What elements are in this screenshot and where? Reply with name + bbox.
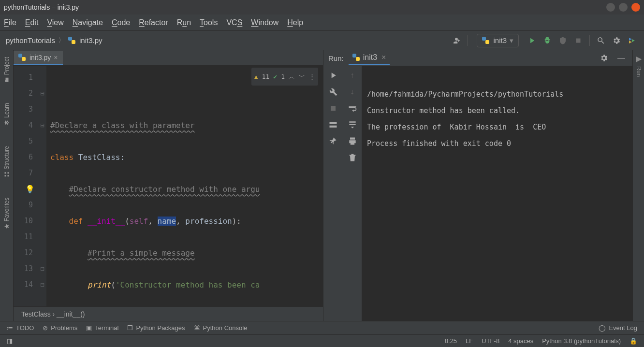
status-tool-windows-icon[interactable]: ◨ (7, 337, 13, 345)
python-icon (352, 54, 360, 61)
wrench-icon[interactable] (328, 87, 338, 97)
editor-pane: init3.py × 1234567891011121314 ⊟⊟⊟⊟ ▲11 … (14, 50, 323, 321)
file-encoding[interactable]: UTF-8 (482, 337, 499, 345)
tool-terminal[interactable]: ▣ Terminal (86, 324, 118, 332)
editor-tab-init3[interactable]: init3.py × (14, 51, 63, 65)
svg-rect-3 (330, 126, 337, 128)
window-titlebar: pythonTutorials – init3.py (0, 0, 644, 14)
menu-view[interactable]: View (47, 18, 63, 27)
tool-project[interactable]: Project (2, 54, 11, 86)
python-interpreter[interactable]: Python 3.8 (pythonTutorials) (542, 337, 621, 345)
dropdown-icon: ▾ (510, 36, 513, 45)
run-sidebar-right: ↑ ↓ (343, 66, 362, 321)
menu-file[interactable]: File (4, 18, 16, 27)
svg-rect-0 (576, 38, 581, 43)
python-icon (482, 37, 489, 44)
main-menu: File Edit View Navigate Code Refactor Ru… (0, 14, 644, 31)
down-icon[interactable]: ↓ (348, 87, 357, 97)
editor-body[interactable]: 1234567891011121314 ⊟⊟⊟⊟ ▲11 ✔1 ︿ ﹀ ⋮ 💡 … (14, 66, 323, 306)
breadcrumb[interactable]: pythonTutorials 〉 init3.py (6, 36, 447, 45)
svg-rect-1 (331, 106, 336, 111)
show-tool-icon[interactable]: ▶ (636, 54, 642, 63)
window-maximize-button[interactable] (619, 3, 628, 12)
layout-icon[interactable] (328, 120, 338, 130)
indent-info[interactable]: 4 spaces (508, 337, 533, 345)
code-text-area[interactable]: ▲11 ✔1 ︿ ﹀ ⋮ 💡 #Declare a class with par… (46, 66, 323, 306)
run-configuration-selector[interactable]: init3 ▾ (477, 34, 519, 47)
tool-learn[interactable]: Learn (2, 100, 11, 129)
tool-todo[interactable]: ≔ TODO (7, 324, 34, 332)
python-file-icon (68, 37, 75, 44)
add-user-icon[interactable] (450, 34, 463, 47)
rerun-icon[interactable] (328, 71, 338, 80)
editor-breadcrumbs[interactable]: TestClass › __init__() (14, 306, 323, 321)
run-settings-icon[interactable] (598, 52, 610, 64)
menu-run[interactable]: Run (177, 18, 191, 27)
print-icon[interactable] (348, 136, 357, 146)
menu-refactor[interactable]: Refactor (139, 18, 168, 27)
menu-code[interactable]: Code (112, 18, 130, 27)
tool-structure[interactable]: Structure (2, 143, 11, 180)
close-run-tab-icon[interactable]: × (381, 53, 386, 62)
status-bar: ◨ 8:25 LF UTF-8 4 spaces Python 3.8 (pyt… (0, 334, 644, 347)
stop-button[interactable] (572, 34, 585, 47)
menu-help[interactable]: Help (287, 18, 303, 27)
tool-python-console[interactable]: ⌘ Python Console (194, 324, 248, 332)
intention-bulb-icon[interactable]: 💡 (25, 181, 35, 197)
tool-event-log[interactable]: ◯ Event Log (599, 324, 637, 332)
breadcrumb-file[interactable]: init3.py (79, 36, 102, 44)
tool-favorites[interactable]: Favorites (2, 195, 11, 232)
trash-icon[interactable] (348, 153, 357, 162)
menu-edit[interactable]: Edit (25, 18, 39, 27)
pin-icon[interactable] (328, 136, 338, 146)
tool-python-packages[interactable]: ❒ Python Packages (127, 324, 185, 332)
fold-gutter: ⊟⊟⊟⊟ (38, 66, 46, 306)
run-tab[interactable]: init3 × (349, 51, 390, 65)
run-header: Run: init3 × — (323, 50, 632, 66)
tool-run-tab[interactable]: Run (634, 63, 643, 80)
run-sidebar-left (323, 66, 343, 321)
up-icon[interactable]: ↑ (348, 71, 357, 80)
navigation-toolbar: pythonTutorials 〉 init3.py init3 ▾ (0, 31, 644, 50)
run-console-output[interactable]: /home/fahmida/PycharmProjects/pythonTuto… (362, 66, 632, 321)
left-tool-stripe: Project Learn Structure Favorites (0, 50, 14, 321)
more-icon[interactable]: ⋮ (309, 69, 315, 85)
hide-run-icon[interactable]: — (615, 52, 628, 64)
toolbar-divider (468, 35, 468, 46)
run-button[interactable] (526, 34, 538, 47)
run-label: Run: (328, 54, 344, 62)
editor-tabs: init3.py × (14, 50, 323, 66)
menu-tools[interactable]: Tools (200, 18, 218, 27)
svg-rect-2 (330, 122, 337, 124)
menu-navigate[interactable]: Navigate (73, 18, 103, 27)
bottom-tool-stripe: ≔ TODO ⊘ Problems ▣ Terminal ❒ Python Pa… (0, 321, 644, 334)
main-area: Project Learn Structure Favorites init3.… (0, 50, 644, 321)
close-tab-icon[interactable]: × (54, 54, 58, 61)
run-with-coverage-button[interactable] (556, 34, 569, 47)
settings-button[interactable] (610, 34, 623, 47)
ok-icon: ✔ (273, 69, 277, 85)
python-file-icon (18, 54, 26, 61)
line-separator[interactable]: LF (466, 337, 473, 345)
toolbar-divider (589, 35, 590, 46)
caret-position[interactable]: 8:25 (445, 337, 457, 345)
run-body: ↑ ↓ /home/fahmida/PycharmProjects/python… (323, 66, 632, 321)
debug-button[interactable] (541, 34, 554, 47)
soft-wrap-icon[interactable] (348, 103, 357, 113)
window-minimize-button[interactable] (606, 3, 615, 12)
menu-vcs[interactable]: VCS (226, 18, 242, 27)
ide-scripting-button[interactable] (626, 34, 638, 47)
next-highlight-icon[interactable]: ﹀ (299, 69, 305, 85)
stop-run-icon[interactable] (328, 103, 338, 113)
editor-tab-label: init3.py (29, 54, 51, 61)
scroll-to-end-icon[interactable] (348, 120, 357, 130)
tool-problems[interactable]: ⊘ Problems (43, 324, 77, 332)
prev-highlight-icon[interactable]: ︿ (289, 69, 295, 85)
run-config-name: init3 (493, 36, 507, 44)
window-close-button[interactable] (631, 3, 640, 12)
lock-icon[interactable]: 🔒 (629, 337, 637, 345)
search-everywhere-button[interactable] (595, 34, 607, 47)
menu-window[interactable]: Window (251, 18, 278, 27)
inspection-widget[interactable]: ▲11 ✔1 ︿ ﹀ ⋮ (251, 68, 318, 86)
breadcrumb-project[interactable]: pythonTutorials (6, 36, 55, 44)
